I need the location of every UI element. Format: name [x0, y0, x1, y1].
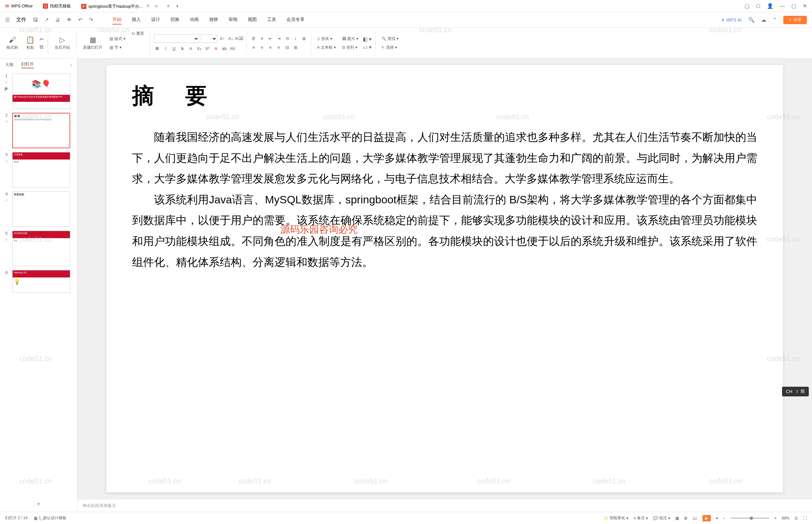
wps-ai-button[interactable]: ✦WPS AI: [721, 17, 742, 22]
fill-icon[interactable]: ◧ ▾: [363, 36, 371, 42]
highlight-icon[interactable]: ab: [221, 46, 228, 52]
bullets-icon[interactable]: ☰: [250, 35, 257, 42]
arrange-button[interactable]: ⧉排列 ▾: [340, 44, 360, 51]
bold-icon[interactable]: B: [154, 46, 161, 52]
align-text-icon[interactable]: ⊞: [301, 35, 307, 42]
underline-icon[interactable]: U: [171, 46, 177, 52]
new-slide-button[interactable]: ▦ 新建幻灯片: [81, 34, 105, 52]
collapse-ribbon-icon[interactable]: ⌃: [773, 17, 777, 23]
preview-icon[interactable]: 👁: [67, 17, 72, 23]
add-tab-button[interactable]: +: [163, 3, 173, 9]
thumbnail-2[interactable]: 摘 要随着我国经济的高速发展与人们生活水平的日益提高...: [12, 113, 70, 148]
shadow-icon[interactable]: A: [187, 46, 194, 52]
print-icon[interactable]: 🖨: [55, 17, 60, 23]
redo-icon[interactable]: ↷: [89, 17, 93, 23]
italic-icon[interactable]: I: [162, 46, 169, 52]
distribute-icon[interactable]: ⊟: [284, 45, 290, 51]
numbering-icon[interactable]: ≡: [259, 35, 265, 42]
columns-icon[interactable]: ⊞: [292, 45, 299, 51]
notes-bar[interactable]: 单击此处添加备注: [77, 499, 812, 512]
textbox-button[interactable]: A文本框 ▾: [315, 44, 338, 51]
thumbnail-3[interactable]: 开发背景 近年来...: [12, 152, 70, 187]
align-left-icon[interactable]: ≡: [250, 45, 257, 51]
tab-design[interactable]: 设计: [151, 15, 160, 24]
tab-start[interactable]: 开始: [113, 15, 121, 24]
align-justify-icon[interactable]: ≡: [276, 45, 282, 51]
char-spacing-icon[interactable]: AV: [229, 46, 236, 52]
layout-button[interactable]: ▤版式 ▾: [107, 35, 127, 42]
sorter-view-icon[interactable]: ⊞: [684, 516, 687, 521]
tab-member[interactable]: 会员专享: [286, 15, 304, 24]
subscript-icon[interactable]: X₂: [196, 46, 202, 52]
avatar-icon[interactable]: 👤: [767, 3, 773, 9]
section-button[interactable]: ▥节 ▾: [107, 44, 127, 51]
zoom-in-icon[interactable]: +: [774, 516, 777, 521]
increase-indent-icon[interactable]: ⇥: [276, 35, 282, 42]
comments-toggle[interactable]: 💬批注 ▾: [653, 515, 670, 521]
strikethrough-icon[interactable]: S̶: [179, 46, 186, 52]
thumbnail-6[interactable]: Hadoop介绍 💡...: [12, 270, 70, 293]
align-right-icon[interactable]: ≡: [267, 45, 274, 51]
cut-icon[interactable]: ✂: [40, 36, 44, 42]
minimize-icon[interactable]: —: [780, 3, 785, 9]
zoom-thumb[interactable]: [750, 517, 753, 520]
zoom-slider[interactable]: [730, 518, 769, 519]
zoom-value[interactable]: 89%: [782, 516, 790, 521]
thumbnail-5[interactable]: 本文研究内容 首先...: [12, 231, 70, 266]
text-direction-icon[interactable]: ⟲: [284, 35, 290, 42]
tab-tools[interactable]: 工具: [267, 15, 276, 24]
tab-view[interactable]: 视图: [248, 15, 257, 24]
add-slide-button[interactable]: +: [0, 496, 77, 512]
reset-button[interactable]: ↻重置: [130, 30, 146, 37]
select-button[interactable]: ↖选择 ▾: [380, 44, 400, 51]
font-size-select[interactable]: [201, 34, 217, 43]
maximize-icon[interactable]: ▢: [791, 3, 796, 9]
notes-toggle[interactable]: ≡备注 ▾: [633, 515, 648, 521]
line-spacing-icon[interactable]: ↕: [292, 35, 299, 42]
collapse-panel-icon[interactable]: ‹: [70, 62, 72, 68]
expand-icon[interactable]: ⛶: [803, 516, 807, 521]
tab-slideshow[interactable]: 放映: [209, 15, 218, 24]
tab-review[interactable]: 审阅: [229, 15, 237, 24]
tab-templates[interactable]: D 找稻壳模板: [38, 0, 76, 12]
search-icon[interactable]: 🔍: [748, 17, 755, 23]
clear-format-icon[interactable]: A⌫: [236, 35, 242, 42]
normal-view-icon[interactable]: ▦: [675, 516, 679, 521]
share-button[interactable]: ⇪分享: [783, 16, 807, 24]
reading-view-icon[interactable]: 📖: [693, 516, 697, 521]
tab-document[interactable]: P springboot基于Hadoop平台... ⇱ ✕: [76, 0, 163, 12]
tab-outline[interactable]: 大纲: [5, 62, 14, 68]
slideshow-dropdown[interactable]: ▾: [716, 516, 718, 521]
menu-icon[interactable]: ☰: [5, 17, 10, 23]
tab-pin-icon[interactable]: ⇱: [147, 4, 150, 9]
tab-dropdown[interactable]: ▾: [173, 4, 181, 9]
picture-button[interactable]: 🖼图片 ▾: [340, 35, 360, 42]
superscript-icon[interactable]: X²: [204, 46, 211, 52]
export-icon[interactable]: ↗: [45, 17, 49, 23]
close-icon[interactable]: ✕: [155, 4, 158, 9]
template-indicator[interactable]: ▦1_默认设计模板: [34, 515, 66, 521]
outline-icon[interactable]: ▭ ▾: [363, 44, 371, 50]
format-painter-button[interactable]: 🖌 格式刷: [4, 34, 21, 52]
copy-icon[interactable]: ⧉: [40, 44, 44, 50]
font-color-icon[interactable]: A: [213, 46, 219, 52]
thumbnails[interactable]: 1☆🔊 📚🎈 基于Hadoop平台的大学多媒体教学管理系统 PPT 2☆ 摘 要…: [0, 71, 77, 496]
tab-slides[interactable]: 幻灯片: [21, 61, 34, 68]
file-menu[interactable]: 文件: [16, 16, 27, 23]
thumbnail-1[interactable]: 📚🎈 基于Hadoop平台的大学多媒体教学管理系统 PPT: [12, 73, 70, 109]
tab-insert[interactable]: 插入: [132, 15, 141, 24]
tab-transition[interactable]: 切换: [170, 15, 180, 24]
font-family-select[interactable]: [154, 34, 199, 43]
decrease-font-icon[interactable]: A↓: [228, 35, 234, 42]
beautify-button[interactable]: ✨智能美化 ▾: [603, 515, 628, 521]
close-window-icon[interactable]: ✕: [803, 3, 807, 9]
from-current-button[interactable]: ▷ 当页开始: [52, 34, 72, 52]
increase-font-icon[interactable]: A↑: [219, 35, 226, 42]
cube-icon[interactable]: ⬡: [756, 3, 760, 9]
save-icon[interactable]: 🖫: [33, 17, 38, 23]
shape-button[interactable]: ◇形状 ▾: [315, 35, 338, 42]
tab-animation[interactable]: 动画: [190, 15, 199, 24]
slide[interactable]: 摘 要 随着我国经济的高速发展与人们生活水平的日益提高，人们对生活质量的追求也多…: [106, 65, 783, 492]
paste-button[interactable]: 📋 粘贴: [23, 34, 37, 52]
window-panel-icon[interactable]: ▢: [745, 3, 749, 9]
